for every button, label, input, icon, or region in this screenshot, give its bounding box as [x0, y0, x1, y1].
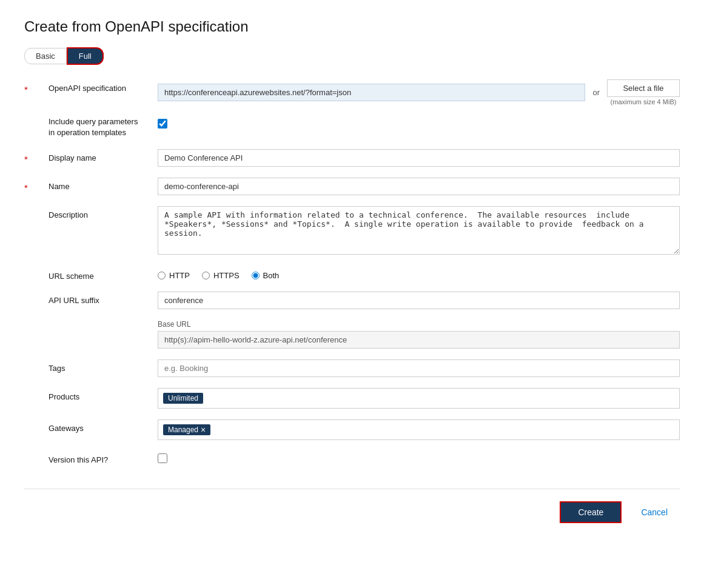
name-field — [158, 178, 680, 195]
description-field: A sample API with information related to… — [158, 206, 680, 256]
url-scheme-radio-group: HTTP HTTPS Both — [158, 267, 680, 280]
gateways-label: Gateways — [49, 419, 146, 433]
gateways-chip-label: Managed — [168, 426, 198, 434]
select-file-note: (maximum size 4 MiB) — [611, 98, 677, 105]
gateways-field: Managed × — [158, 419, 680, 440]
api-url-suffix-input[interactable] — [158, 292, 680, 309]
base-url-label: Base URL — [158, 320, 680, 329]
version-label: Version this API? — [49, 451, 146, 464]
version-field — [158, 451, 680, 463]
api-url-suffix-label: API URL suffix — [49, 292, 146, 305]
products-chip-unlimited: Unlimited — [163, 393, 203, 404]
tab-basic[interactable]: Basic — [24, 48, 67, 64]
select-file-button[interactable]: Select a file — [607, 79, 680, 97]
url-scheme-row: URL scheme HTTP HTTPS Both — [24, 267, 680, 281]
openapi-spec-label: OpenAPI specification — [49, 79, 146, 93]
name-row: * Name — [24, 178, 680, 195]
radio-http[interactable]: HTTP — [158, 271, 190, 280]
include-query-checkbox[interactable] — [158, 119, 167, 129]
openapi-spec-row: * OpenAPI specification or Select a file… — [24, 79, 680, 105]
tags-row: Tags — [24, 359, 680, 377]
create-button[interactable]: Create — [560, 501, 622, 523]
base-url-row: Base URL — [24, 320, 680, 349]
select-file-group: Select a file (maximum size 4 MiB) — [607, 79, 680, 105]
url-scheme-label: URL scheme — [49, 267, 146, 281]
name-input[interactable] — [158, 178, 680, 195]
base-url-input — [158, 331, 680, 349]
tags-label: Tags — [49, 359, 146, 373]
openapi-spec-input[interactable] — [158, 84, 585, 101]
description-row: Description A sample API with informatio… — [24, 206, 680, 256]
url-scheme-field: HTTP HTTPS Both — [158, 267, 680, 280]
required-star-openapi: * — [24, 79, 36, 95]
products-input-wrapper[interactable]: Unlimited — [158, 388, 680, 409]
radio-https-input[interactable] — [202, 272, 210, 279]
version-row: Version this API? — [24, 451, 680, 464]
radio-both-input[interactable] — [252, 272, 260, 279]
required-star-display: * — [24, 149, 36, 164]
tab-full[interactable]: Full — [67, 47, 104, 65]
description-textarea[interactable]: A sample API with information related to… — [158, 206, 680, 255]
radio-https[interactable]: HTTPS — [202, 271, 240, 280]
include-query-label: Include query parameters in operation te… — [49, 116, 146, 138]
tags-field — [158, 359, 680, 377]
radio-http-input[interactable] — [158, 272, 166, 279]
radio-https-label: HTTPS — [213, 271, 240, 280]
openapi-spec-field: or Select a file (maximum size 4 MiB) — [158, 79, 680, 105]
products-field: Unlimited — [158, 388, 680, 409]
or-text: or — [592, 88, 600, 97]
products-label: Products — [49, 388, 146, 401]
display-name-field — [158, 149, 680, 167]
display-name-input[interactable] — [158, 149, 680, 167]
page-title: Create from OpenAPI specification — [24, 18, 680, 35]
description-label: Description — [49, 206, 146, 219]
cancel-button[interactable]: Cancel — [629, 503, 680, 522]
gateways-chip-managed: Managed × — [163, 424, 210, 435]
api-url-suffix-field — [158, 292, 680, 309]
base-url-section: Base URL — [158, 320, 680, 349]
base-url-field: Base URL — [158, 320, 680, 349]
radio-both-label: Both — [263, 271, 280, 280]
api-url-suffix-row: API URL suffix — [24, 292, 680, 309]
tab-row: Basic Full — [24, 47, 680, 65]
display-name-row: * Display name — [24, 149, 680, 167]
gateways-chip-remove[interactable]: × — [201, 426, 206, 434]
radio-http-label: HTTP — [169, 271, 190, 280]
version-checkbox-row — [158, 451, 680, 463]
include-query-field — [158, 116, 680, 129]
display-name-label: Display name — [49, 149, 146, 162]
gateways-row: Gateways Managed × — [24, 419, 680, 440]
tags-input[interactable] — [158, 359, 680, 377]
openapi-input-group: or Select a file (maximum size 4 MiB) — [158, 79, 680, 105]
name-label: Name — [49, 178, 146, 191]
bottom-actions: Create Cancel — [24, 489, 680, 523]
include-query-row: Include query parameters in operation te… — [24, 116, 680, 138]
form: * OpenAPI specification or Select a file… — [24, 79, 680, 464]
products-row: Products Unlimited — [24, 388, 680, 409]
gateways-input-wrapper[interactable]: Managed × — [158, 419, 680, 440]
version-checkbox[interactable] — [158, 453, 167, 463]
required-star-name: * — [24, 178, 36, 193]
radio-both[interactable]: Both — [252, 271, 280, 280]
include-query-checkbox-container — [158, 116, 680, 129]
